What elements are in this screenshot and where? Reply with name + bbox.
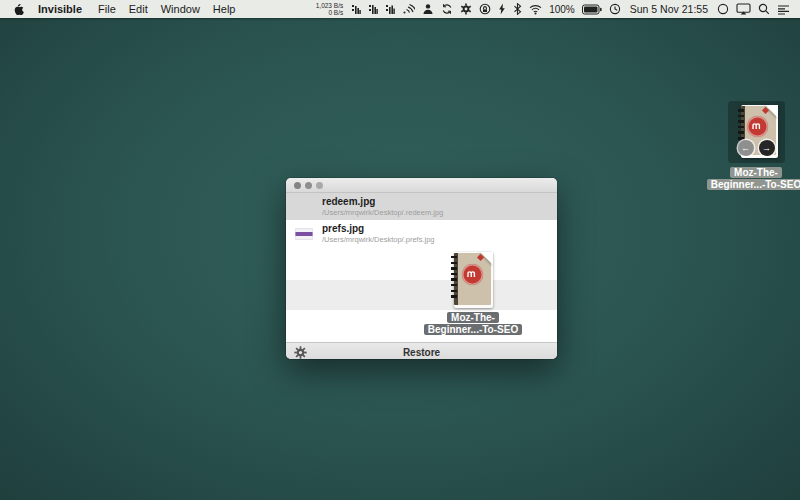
moz-logo-badge xyxy=(462,264,483,285)
menu-bar-clock[interactable]: Sun 5 Nov 21:55 xyxy=(630,3,708,15)
file-name: prefs.jpg xyxy=(322,223,435,234)
desktop-icon-label-line1[interactable]: Moz-The- xyxy=(730,167,782,178)
menu-bar: Invisible File Edit Window Help 1,023 B/… xyxy=(0,0,800,18)
file-name: redeem.jpg xyxy=(322,196,443,207)
network-speed-readout[interactable]: 1,023 B/s 0 B/s xyxy=(316,2,343,16)
memory-graph-icon[interactable] xyxy=(368,4,378,15)
disk-graph-icon[interactable] xyxy=(385,4,395,15)
signal-waves-icon[interactable] xyxy=(402,3,415,15)
moz-logo xyxy=(752,123,763,130)
spotlight-icon[interactable] xyxy=(758,3,770,15)
zoom-window-button[interactable] xyxy=(316,182,323,189)
lock-circle-icon[interactable] xyxy=(479,3,491,15)
bluetooth-icon[interactable] xyxy=(513,3,522,15)
dragged-file-icon[interactable] xyxy=(448,252,493,308)
cpu-graph-icon[interactable] xyxy=(351,4,361,15)
moz-guide-document-icon[interactable] xyxy=(448,252,493,308)
file-path: /Users/mrqwirk/Desktop/.redeem.jpg xyxy=(322,207,443,218)
file-thumbnail-prefs xyxy=(295,228,313,240)
desktop-file-icon[interactable]: ← → Moz-The- Beginner...-To-SEO xyxy=(696,101,800,190)
spiral-binding xyxy=(451,256,457,301)
battery-icon[interactable] xyxy=(582,4,602,15)
window-title-bar[interactable] xyxy=(286,178,557,193)
user-icon[interactable] xyxy=(422,3,434,15)
apple-menu-icon[interactable] xyxy=(13,3,24,16)
empty-list-stripe xyxy=(286,280,557,310)
file-row-prefs[interactable]: prefs.jpg /Users/mrqwirk/Desktop/.prefs.… xyxy=(286,220,557,247)
app-menu-title[interactable]: Invisible xyxy=(38,3,82,15)
empty-list-stripe xyxy=(286,247,557,280)
sync-icon[interactable] xyxy=(441,3,453,15)
drag-label-line2: Beginner...-To-SEO xyxy=(424,324,522,335)
desktop-icon-selection[interactable]: ← → xyxy=(728,101,785,163)
desktop: { "menu_bar": { "app_name": "Invisible",… xyxy=(0,0,800,500)
file-row-redeem[interactable]: redeem.jpg /Users/mrqwirk/Desktop/.redee… xyxy=(286,193,557,220)
close-window-button[interactable] xyxy=(294,182,301,189)
drag-label-line1: Moz-The- xyxy=(447,312,499,323)
settings-gear-icon[interactable] xyxy=(294,345,307,359)
file-path: /Users/mrqwirk/Desktop/.prefs.jpg xyxy=(322,234,435,245)
menu-help[interactable]: Help xyxy=(213,3,236,15)
circle-icon[interactable] xyxy=(717,3,729,15)
battery-percent-label: 100% xyxy=(549,4,575,15)
airplay-display-icon[interactable] xyxy=(736,3,751,15)
file-thumbnail-redeem xyxy=(295,201,313,213)
gear-icon[interactable] xyxy=(460,3,472,15)
wifi-icon[interactable] xyxy=(529,4,542,15)
page-next-button[interactable]: → xyxy=(759,140,775,156)
window-toolbar: Restore xyxy=(286,342,557,359)
restore-button[interactable]: Restore xyxy=(286,347,557,358)
notification-center-icon[interactable] xyxy=(777,4,790,15)
menu-edit[interactable]: Edit xyxy=(129,3,148,15)
dragged-file-label: Moz-The- Beginner...-To-SEO xyxy=(403,312,543,335)
desktop-icon-label-line2[interactable]: Beginner...-To-SEO xyxy=(707,179,800,190)
moz-logo xyxy=(467,271,478,278)
page-previous-button[interactable]: ← xyxy=(738,140,754,156)
time-machine-icon[interactable] xyxy=(609,3,621,15)
menu-file[interactable]: File xyxy=(98,3,116,15)
minimize-window-button[interactable] xyxy=(305,182,312,189)
menu-window[interactable]: Window xyxy=(161,3,200,15)
lightning-icon[interactable] xyxy=(498,3,506,15)
